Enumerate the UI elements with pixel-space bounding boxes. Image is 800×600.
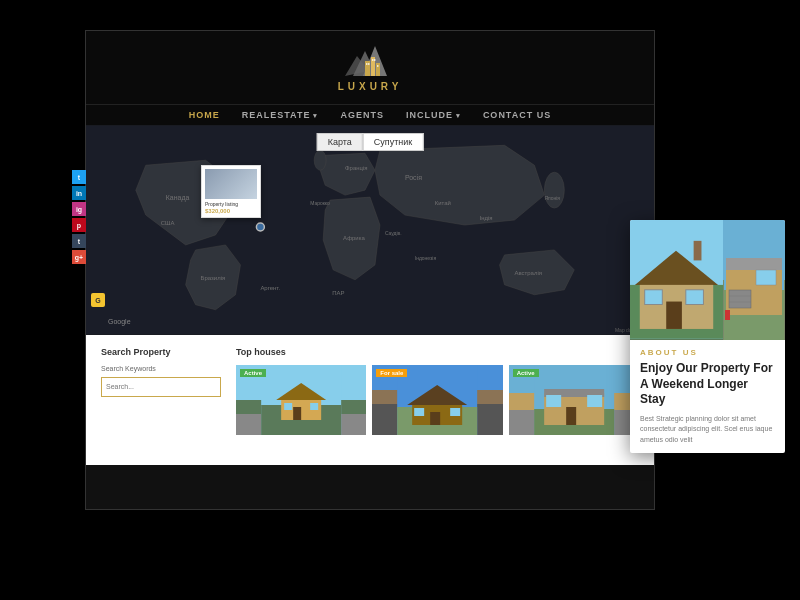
nav-realestate[interactable]: REALESTATE [242, 110, 319, 120]
bottom-section: Search Property Search Keywords Top hous… [86, 335, 654, 465]
header: LUXURY [86, 31, 654, 104]
map-controls: Карта Супутник [317, 133, 424, 151]
svg-rect-10 [377, 65, 379, 67]
house-card-2[interactable]: For sale [372, 365, 502, 435]
house-card-1[interactable]: Active [236, 365, 366, 435]
svg-rect-35 [293, 407, 301, 420]
linkedin-button[interactable]: in [72, 186, 86, 200]
svg-rect-68 [725, 310, 730, 320]
svg-rect-49 [566, 407, 576, 425]
svg-text:США: США [161, 220, 175, 226]
svg-rect-5 [376, 63, 380, 76]
search-keyword-label: Search Keywords [101, 365, 221, 372]
svg-text:Росія: Росія [405, 174, 422, 181]
house-badge-3: Active [513, 369, 539, 377]
about-image-right [723, 220, 785, 340]
map-btn-map[interactable]: Карта [317, 133, 363, 151]
about-body: Best Strategic planning dolor sit amet c… [640, 414, 775, 446]
svg-rect-8 [372, 59, 374, 61]
svg-text:Франція: Франція [345, 165, 367, 171]
svg-text:Канада: Канада [166, 194, 190, 202]
svg-rect-51 [587, 395, 602, 407]
svg-rect-43 [414, 408, 424, 416]
svg-rect-42 [430, 412, 440, 425]
top-houses-title: Top houses [236, 347, 639, 357]
map-btn-satellite[interactable]: Супутник [363, 133, 423, 151]
nav-contact[interactable]: CONTACT US [483, 110, 551, 120]
svg-rect-63 [726, 258, 782, 270]
house-card-3[interactable]: Active [509, 365, 639, 435]
pinterest-button[interactable]: p [72, 218, 86, 232]
google-icon: G [91, 293, 105, 307]
svg-rect-36 [284, 403, 292, 410]
nav-home[interactable]: HOME [189, 110, 220, 120]
svg-rect-67 [756, 270, 776, 285]
svg-point-13 [314, 150, 326, 170]
svg-text:Індія: Індія [480, 215, 493, 221]
svg-point-30 [256, 223, 264, 231]
instagram-button[interactable]: ig [72, 202, 86, 216]
svg-rect-7 [368, 63, 370, 65]
world-map: Канада США Бразилія Росія Китай Франція … [86, 125, 654, 335]
svg-rect-37 [310, 403, 318, 410]
tumblr-button[interactable]: t [72, 234, 86, 248]
about-images [630, 220, 785, 340]
nav-include[interactable]: INCLUDE [406, 110, 461, 120]
twitter-button[interactable]: t [72, 170, 86, 184]
svg-rect-9 [374, 59, 376, 61]
about-us-label: ABOUT US [640, 348, 775, 357]
popup-property-price: $320,000 [205, 208, 257, 214]
svg-text:Китай: Китай [435, 200, 451, 206]
about-image-left [630, 220, 723, 340]
svg-rect-50 [546, 395, 561, 407]
svg-rect-64 [729, 290, 751, 308]
search-title: Search Property [101, 347, 221, 357]
house-badge-2: For sale [376, 369, 407, 377]
map-property-popup[interactable]: Property listing $320,000 [201, 165, 261, 218]
svg-rect-56 [645, 290, 663, 305]
houses-grid: Active For sale [236, 365, 639, 435]
house-badge-1: Active [240, 369, 266, 377]
main-nav: HOME REALESTATE AGENTS INCLUDE CONTACT U… [86, 104, 654, 125]
svg-text:Австралія: Австралія [514, 270, 541, 276]
logo-icon [345, 41, 395, 81]
about-panel: ABOUT US Enjoy Our Property For A Weeken… [630, 220, 785, 453]
svg-text:Марокко: Марокко [310, 200, 330, 206]
svg-rect-58 [666, 302, 682, 329]
svg-text:Аргент.: Аргент. [260, 285, 280, 291]
about-content: ABOUT US Enjoy Our Property For A Weeken… [630, 340, 785, 453]
svg-text:Індонезія: Індонезія [415, 255, 437, 261]
svg-text:Японія: Японія [544, 195, 560, 201]
logo-text: LUXURY [338, 81, 403, 92]
popup-property-image [205, 169, 257, 199]
nav-agents[interactable]: AGENTS [340, 110, 384, 120]
google-plus-button[interactable]: g+ [72, 250, 86, 264]
svg-text:ПАР: ПАР [332, 290, 344, 296]
website-container: LUXURY HOME REALESTATE AGENTS INCLUDE CO… [85, 30, 655, 510]
social-sidebar: t in ig p t g+ [72, 170, 86, 264]
search-keyword-input[interactable] [101, 377, 221, 397]
google-label: Google [108, 318, 131, 325]
logo-container: LUXURY [86, 41, 654, 92]
svg-rect-44 [450, 408, 460, 416]
map-section[interactable]: Карта Супутник Канада США [86, 125, 654, 335]
svg-rect-57 [686, 290, 704, 305]
svg-text:Бразилія: Бразилія [201, 275, 226, 281]
about-heading: Enjoy Our Property For A Weekend Longer … [640, 361, 775, 408]
svg-text:Африка: Африка [343, 235, 365, 241]
svg-point-12 [544, 172, 564, 208]
svg-rect-59 [694, 241, 702, 261]
search-property-panel: Search Property Search Keywords [101, 347, 221, 453]
svg-text:Саудів.: Саудів. [385, 230, 402, 236]
top-houses-panel: Top houses Active [236, 347, 639, 453]
svg-rect-6 [366, 63, 368, 65]
